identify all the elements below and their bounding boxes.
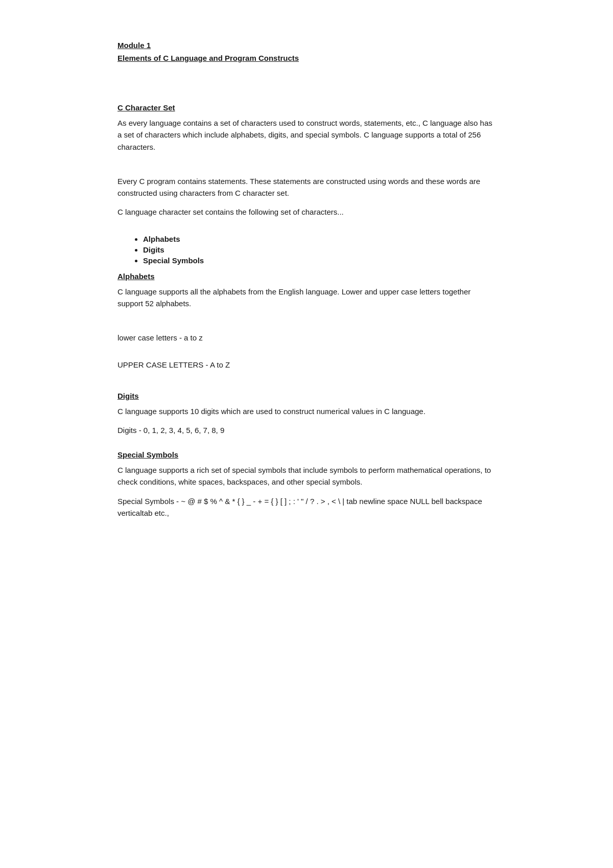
- special-symbols-heading: Special Symbols: [117, 450, 496, 459]
- alphabets-heading: Alphabets: [117, 272, 496, 281]
- digits-list: Digits - 0, 1, 2, 3, 4, 5, 6, 7, 8, 9: [117, 424, 496, 436]
- digits-heading: Digits: [117, 392, 496, 400]
- list-item-alphabets: Alphabets: [143, 235, 496, 243]
- module-title: Module 1: [117, 41, 496, 50]
- upper-case-letters: UPPER CASE LETTERS - A to Z: [117, 359, 496, 371]
- special-symbols-list: Special Symbols - ~ @ # $ % ^ & * { } _ …: [117, 495, 496, 519]
- special-symbols-para1: C language supports a rich set of specia…: [117, 464, 496, 488]
- character-set-heading: C Character Set: [117, 103, 496, 112]
- list-item-special-symbols: Special Symbols: [143, 256, 496, 265]
- lower-case-letters: lower case letters - a to z: [117, 332, 496, 344]
- digits-para1: C language supports 10 digits which are …: [117, 405, 496, 417]
- character-set-list: Alphabets Digits Special Symbols: [143, 235, 496, 265]
- main-section-title: Elements of C Language and Program Const…: [117, 54, 496, 62]
- page-content: Module 1 Elements of C Language and Prog…: [87, 0, 526, 560]
- character-set-para2: Every C program contains statements. The…: [117, 175, 496, 199]
- list-item-digits: Digits: [143, 245, 496, 254]
- alphabets-para1: C language supports all the alphabets fr…: [117, 286, 496, 310]
- character-set-para1: As every language contains a set of char…: [117, 117, 496, 153]
- character-set-para3: C language character set contains the fo…: [117, 206, 496, 218]
